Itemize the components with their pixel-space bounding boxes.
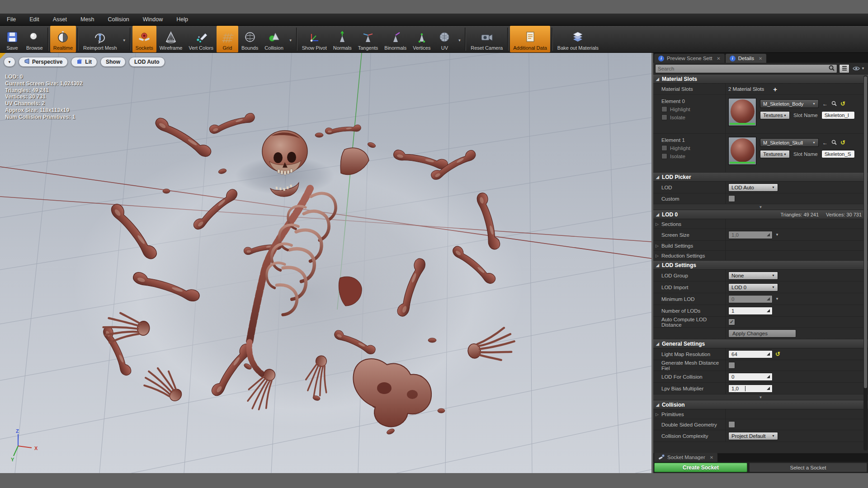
slot-name-input[interactable]: Skeleton_S: [821, 150, 855, 158]
highlight-checkbox[interactable]: [661, 145, 667, 151]
primitives-row[interactable]: ▷Primitives: [653, 409, 868, 419]
screen-size-input[interactable]: 1,0: [728, 231, 773, 239]
expand-right-icon[interactable]: ▷: [656, 244, 659, 248]
additional-data-toggle[interactable]: Additional Data: [510, 26, 550, 52]
expand-right-icon[interactable]: ▷: [656, 412, 659, 417]
auto-compute-checkbox[interactable]: ✓: [728, 319, 735, 325]
tab-preview-scene-settings[interactable]: i Preview Scene Sett ✕: [654, 54, 725, 63]
lod-for-collision-input[interactable]: 0: [728, 373, 773, 381]
tab-socket-manager[interactable]: Socket Manager ✕: [654, 453, 717, 462]
chevron-down-icon[interactable]: ▼: [775, 297, 779, 301]
menu-window[interactable]: Window: [136, 14, 170, 25]
uv-toggle[interactable]: UV: [434, 26, 455, 52]
3d-viewport[interactable]: ▼ Perspective Lit Show LOD Auto LOD: 0 C…: [0, 53, 651, 473]
close-icon[interactable]: ✕: [759, 56, 762, 61]
lpv-bias-multiplier-input[interactable]: 1,0: [728, 385, 773, 393]
apply-changes-button[interactable]: Apply Changes: [728, 329, 796, 338]
bounds-toggle[interactable]: Bounds: [238, 26, 261, 52]
normals-toggle[interactable]: Normals: [330, 26, 355, 52]
perspective-button[interactable]: Perspective: [19, 57, 68, 67]
material-thumbnail[interactable]: [728, 137, 756, 165]
highlight-checkbox-row[interactable]: Highlight: [661, 145, 690, 151]
lod-dropdown[interactable]: LOD Auto▼: [728, 183, 778, 192]
vert-colors-toggle[interactable]: Vert Colors: [185, 26, 216, 52]
menu-file[interactable]: File: [0, 14, 23, 25]
display-filter-button[interactable]: [839, 64, 849, 73]
viewport-options-button[interactable]: ▼: [4, 57, 15, 67]
general-settings-expander[interactable]: ▼: [653, 394, 868, 400]
reset-to-default-icon[interactable]: ↺: [840, 141, 845, 145]
browse-to-asset-icon[interactable]: [831, 139, 837, 147]
minimum-lod-input[interactable]: 0: [728, 295, 773, 303]
vertices-toggle[interactable]: Vertices: [410, 26, 434, 52]
material-asset-dropdown[interactable]: M_Skeleton_Body▼: [760, 99, 819, 108]
collision-complexity-dropdown[interactable]: Project Default▼: [728, 432, 778, 440]
expand-right-icon[interactable]: ▷: [656, 222, 659, 226]
scrollbar-thumb[interactable]: [864, 76, 867, 388]
show-pivot-toggle[interactable]: Show Pivot: [299, 26, 330, 52]
close-icon[interactable]: ✕: [710, 455, 713, 460]
save-button[interactable]: Save: [1, 26, 23, 52]
tangents-toggle[interactable]: Tangents: [355, 26, 382, 52]
lit-mode-button[interactable]: Lit: [71, 57, 97, 67]
reimport-mesh-dropdown[interactable]: ▼: [120, 26, 128, 52]
chevron-down-icon[interactable]: ▼: [775, 233, 779, 237]
section-lod0[interactable]: ◢ LOD 0 Triangles: 49 241Vertices: 30 73…: [653, 210, 868, 219]
browse-button[interactable]: Browse: [23, 26, 46, 52]
material-thumbnail[interactable]: [728, 98, 756, 126]
add-material-slot-icon[interactable]: +: [773, 85, 777, 93]
search-box[interactable]: [655, 64, 837, 73]
isolate-checkbox-row[interactable]: Isolate: [661, 114, 685, 120]
use-selected-asset-icon[interactable]: ←: [822, 141, 828, 145]
menu-asset[interactable]: Asset: [46, 14, 74, 25]
light-map-resolution-input[interactable]: 64: [728, 350, 773, 358]
section-lod-settings[interactable]: ◢ LOD Settings: [653, 261, 868, 270]
menu-collision[interactable]: Collision: [101, 14, 136, 25]
reimport-mesh-button[interactable]: Reimport Mesh: [80, 26, 120, 52]
build-settings-row[interactable]: ▷Build Settings: [653, 241, 868, 251]
reduction-settings-row[interactable]: ▷Reduction Settings: [653, 251, 868, 261]
reset-camera-button[interactable]: Reset Camera: [467, 26, 506, 52]
tab-details[interactable]: i Details ✕: [726, 54, 767, 63]
menu-edit[interactable]: Edit: [23, 14, 46, 25]
distance-field-checkbox[interactable]: [728, 362, 735, 369]
binormals-toggle[interactable]: Binormals: [381, 26, 410, 52]
reset-to-default-icon[interactable]: ↺: [840, 102, 845, 106]
details-scrollbar[interactable]: [863, 75, 868, 450]
wireframe-toggle[interactable]: Wireframe: [156, 26, 186, 52]
view-options-button[interactable]: ▼: [851, 65, 866, 73]
browse-to-asset-icon[interactable]: [831, 100, 837, 108]
create-socket-button[interactable]: Create Socket: [654, 463, 747, 472]
collision-dropdown[interactable]: ▼: [287, 26, 295, 52]
section-collision[interactable]: ◢ Collision: [653, 400, 868, 409]
section-material-slots[interactable]: ◢ Material Slots: [653, 75, 868, 84]
uv-dropdown[interactable]: ▼: [455, 26, 463, 52]
isolate-checkbox-row[interactable]: Isolate: [661, 153, 685, 159]
section-lod-picker[interactable]: ◢ LOD Picker: [653, 173, 868, 182]
search-input[interactable]: [658, 66, 829, 71]
bake-out-materials-button[interactable]: Bake out Materials: [554, 26, 602, 52]
highlight-checkbox[interactable]: [661, 106, 667, 112]
double-sided-checkbox[interactable]: [728, 421, 735, 428]
use-selected-asset-icon[interactable]: ←: [822, 102, 828, 106]
highlight-checkbox-row[interactable]: Highlight: [661, 106, 690, 112]
close-icon[interactable]: ✕: [717, 56, 720, 61]
custom-checkbox[interactable]: [728, 195, 735, 202]
material-asset-dropdown[interactable]: M_Skeleton_Skull▼: [760, 138, 819, 147]
expand-right-icon[interactable]: ▷: [656, 253, 659, 258]
sections-row[interactable]: ▷Sections: [653, 219, 868, 229]
collision-toggle[interactable]: Collision: [261, 26, 287, 52]
section-general-settings[interactable]: ◢ General Settings: [653, 339, 868, 348]
number-of-lods-input[interactable]: 1: [728, 307, 773, 315]
reset-to-default-icon[interactable]: ↺: [775, 352, 780, 357]
isolate-checkbox[interactable]: [661, 153, 667, 159]
grid-toggle[interactable]: Grid: [217, 26, 238, 52]
lod-auto-button[interactable]: LOD Auto: [129, 57, 165, 67]
lod-picker-expander[interactable]: ▼: [653, 204, 868, 210]
menu-mesh[interactable]: Mesh: [74, 14, 101, 25]
isolate-checkbox[interactable]: [661, 114, 667, 120]
realtime-toggle[interactable]: Realtime: [50, 26, 76, 52]
show-menu-button[interactable]: Show: [100, 57, 126, 67]
lod-group-dropdown[interactable]: None▼: [728, 272, 778, 280]
sockets-toggle[interactable]: Sockets: [132, 26, 156, 52]
